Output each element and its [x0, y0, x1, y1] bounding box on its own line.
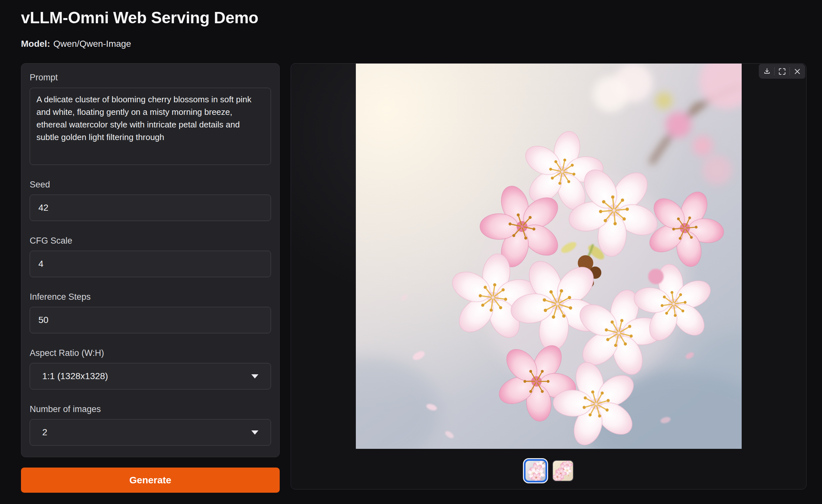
aspect-ratio-select[interactable]: 1:1 (1328x1328)	[30, 363, 271, 390]
model-value: Qwen/Qwen-Image	[53, 39, 131, 49]
thumbnail-strip	[291, 459, 806, 482]
seed-label: Seed	[30, 180, 271, 190]
model-label: Model:	[21, 39, 50, 49]
close-icon	[793, 67, 802, 76]
prompt-input[interactable]: A delicate cluster of blooming cherry bl…	[30, 88, 271, 165]
aspect-ratio-field: Aspect Ratio (W:H) 1:1 (1328x1328)	[30, 348, 271, 390]
cfg-scale-field: CFG Scale	[30, 236, 271, 277]
settings-panel: Prompt A delicate cluster of blooming ch…	[21, 63, 280, 457]
inference-steps-field: Inference Steps	[30, 292, 271, 333]
download-icon	[763, 67, 771, 76]
num-images-field: Number of images 2	[30, 404, 271, 446]
aspect-ratio-label: Aspect Ratio (W:H)	[30, 348, 271, 358]
app-root: vLLM-Omni Web Serving Demo Model:Qwen/Qw…	[0, 0, 822, 493]
model-info: Model:Qwen/Qwen-Image	[21, 39, 822, 49]
seed-field: Seed	[30, 180, 271, 221]
page-title: vLLM-Omni Web Serving Demo	[21, 8, 822, 27]
settings-column: Prompt A delicate cluster of blooming ch…	[21, 63, 280, 493]
close-button[interactable]	[790, 64, 805, 79]
download-button[interactable]	[759, 64, 774, 79]
num-images-label: Number of images	[30, 404, 271, 414]
thumbnail-1[interactable]	[524, 459, 547, 482]
chevron-down-icon	[251, 374, 259, 379]
cfg-scale-label: CFG Scale	[30, 236, 271, 246]
gallery-toolbar	[759, 64, 805, 79]
inference-steps-label: Inference Steps	[30, 292, 271, 302]
aspect-ratio-value: 1:1 (1328x1328)	[42, 371, 108, 381]
generate-button[interactable]: Generate	[21, 468, 280, 493]
inference-steps-input[interactable]	[30, 307, 271, 333]
chevron-down-icon	[251, 430, 259, 435]
fullscreen-icon	[778, 67, 787, 76]
generated-image[interactable]	[356, 64, 742, 449]
main-row: Prompt A delicate cluster of blooming ch…	[21, 63, 822, 493]
num-images-select[interactable]: 2	[30, 419, 271, 446]
num-images-value: 2	[42, 427, 47, 438]
thumbnail-2[interactable]	[552, 460, 573, 481]
cfg-scale-input[interactable]	[30, 251, 271, 277]
seed-input[interactable]	[30, 194, 271, 221]
prompt-label: Prompt	[30, 73, 271, 83]
gallery-panel	[291, 63, 807, 489]
fullscreen-button[interactable]	[775, 64, 789, 79]
